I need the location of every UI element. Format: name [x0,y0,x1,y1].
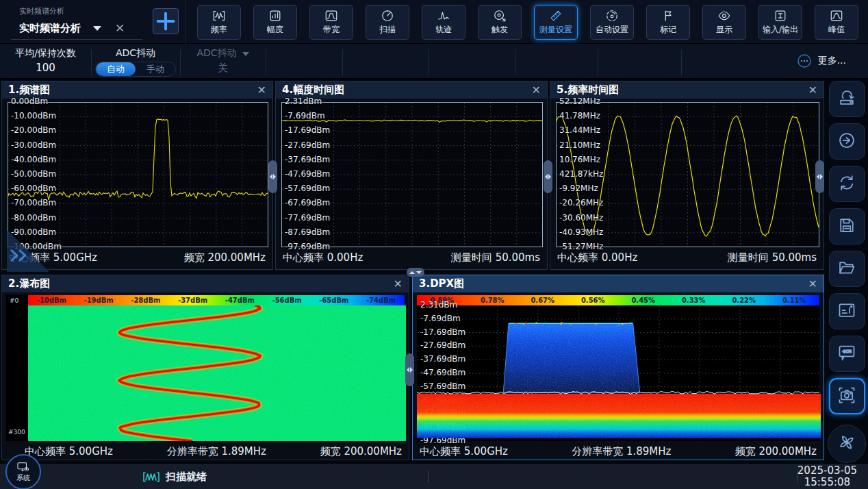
display-icon [717,9,731,23]
plus-icon [153,9,178,34]
footer-readout: 测量时间 50.00ms [451,251,540,264]
row-index-first: #0 [10,297,18,304]
close-panel-icon[interactable]: ✕ [532,85,541,96]
fast-forward-watermark-icon [8,248,31,266]
camera-icon [837,386,856,408]
toolbar-button-label: 幅度 [267,24,283,36]
sidebar-button-folder[interactable] [829,251,865,287]
param-value[interactable]: 100 [36,62,55,74]
toolbar-button-io[interactable]: 输入/输出 [758,5,802,40]
waterfall-plot: #0 #300 -10dBm-19dBm-28dBm-37dBm-47dBm-5… [6,295,405,441]
toolbar-button-frequency[interactable]: 频率 [197,5,241,40]
close-panel-icon[interactable]: ✕ [808,85,817,96]
waterfall-colorbar: -10dBm-19dBm-28dBm-37dBm-47dBm-56dBm-65d… [28,295,405,305]
y-tick-label: -51.27MHz [559,242,603,251]
measure-icon [549,9,563,23]
trace-icon [437,9,450,23]
toolbar-button-label: 显示 [716,24,732,36]
footer-readout: 频宽 200.00MHz [320,445,402,458]
y-tick-label: -30.00dBm [11,140,56,150]
y-tick-label: -50.00dBm [11,169,56,179]
sidebar-button-run[interactable] [829,123,865,160]
row-index-last: #300 [8,429,25,436]
param-value: 关 [218,62,228,75]
colorbar-label: 0.45% [618,297,669,304]
y-tick-label: -57.69dBm [285,184,330,193]
app-tab-title: 实时频谱分析 [19,22,81,35]
toolbar-button-trigger[interactable]: 触发 [478,5,522,40]
toolbar-button-sweep[interactable]: 扫描 [366,5,409,40]
divider [515,49,515,75]
splitter-handle[interactable] [268,160,277,193]
sidebar-button-flower[interactable] [828,425,866,463]
toolbar-buttons: 频率幅度带宽扫描轨迹触发测量设置自动设置标记显示输入/输出峰值 [186,0,858,43]
peak-icon [830,9,843,23]
y-tick-label: -67.69dBm [285,198,330,208]
sidebar-button-preset[interactable] [829,81,865,117]
sidebar-button-save[interactable] [829,208,865,244]
toolbar-button-autoset[interactable]: 自动设置 [590,5,634,40]
colorbar-label: 0.33% [669,297,719,304]
splitter-handle[interactable] [544,160,552,193]
footer-readout: 中心频率 0.00Hz [557,251,637,264]
toolbar-button-trace[interactable]: 轨迹 [422,5,465,40]
splitter-handle[interactable] [407,268,424,277]
toolbar-button-bandwidth[interactable]: 带宽 [309,5,353,40]
sidebar-button-camera[interactable] [829,378,865,414]
y-tick-label: -9.92MHz [559,184,598,193]
marker-icon [661,9,675,23]
splitter-handle[interactable] [815,160,824,193]
colorbar-label: 0.11% [769,297,820,304]
toolbar-button-measure[interactable]: 测量设置 [534,5,578,40]
io-icon [774,9,787,23]
toolbar-button-peak[interactable]: 峰值 [815,5,858,40]
close-panel-icon[interactable]: ✕ [257,85,266,96]
colorbar-label: -74dBm [357,297,405,304]
tab-underline [11,39,142,40]
param-average-hold[interactable]: 平均/保持次数 100 [0,44,91,79]
plot-footer: 中心频率 5.00GHz分辨率带宽 1.89MHz频宽 200.00MHz [2,441,409,460]
adc-jitter-toggle[interactable]: 自动 手动 [95,62,176,77]
divider [266,49,266,75]
toggle-option-manual[interactable]: 手动 [136,62,175,76]
toolbar-button-marker[interactable]: 标记 [646,5,690,40]
y-tick-label: -60.00dBm [11,184,56,193]
param-adc-jitter-off[interactable]: ADC抖动 关 [180,44,266,79]
panel-titlebar: 3.DPX图 ✕ [413,275,824,292]
ellipsis-icon [797,53,812,68]
toolbar-button-display[interactable]: 显示 [702,5,746,40]
system-label: 系统 [16,473,30,483]
footer-readout: 中心频率 0.00Hz [283,251,363,264]
autoset-icon [605,9,619,23]
y-tick-label: 0.00dBm [11,97,48,106]
y-tick-label: -47.69dBm [285,169,330,179]
system-button[interactable]: 系统 [5,454,41,489]
chevron-down-icon[interactable] [93,26,101,31]
sidebar-button-refresh[interactable] [829,166,865,202]
bandwidth-icon [324,9,338,23]
param-adc-jitter-toggle: ADC抖动 自动 手动 [91,44,180,79]
sidebar-button-window[interactable] [829,293,865,329]
datetime: 2025-03-05 15:55:08 [797,465,857,488]
splitter-handle[interactable] [405,353,414,386]
y-tick-label: -37.69dBm [285,155,330,164]
y-tick-label: -40.00dBm [11,155,56,164]
toolbar-button-amplitude[interactable]: 幅度 [253,5,297,40]
toggle-option-auto[interactable]: 自动 [96,62,136,76]
toolbar-button-label: 触发 [492,24,508,36]
chevron-down-icon [242,52,249,56]
more-button[interactable]: 更多... [797,53,846,68]
add-tab-button[interactable] [153,8,179,34]
close-tab-icon[interactable]: ✕ [115,21,125,35]
app-tab[interactable]: 实时频谱分析 实时频谱分析 ✕ [0,0,186,44]
plot-footer: 中心频率 5.00GHz分辨率带宽 1.89MHz频宽 200.00MHz [413,441,824,460]
close-panel-icon[interactable]: ✕ [394,279,403,290]
system-monitor-gear-icon [16,462,30,473]
footer-readout: 分辨率带宽 1.89MHz [572,445,671,458]
y-tick-label: -17.69dBm [285,125,330,135]
close-panel-icon[interactable]: ✕ [808,279,817,290]
panel-titlebar: 2.瀑布图 ✕ [2,275,409,292]
footer-readout: 中心频率 5.00GHz [25,445,113,458]
sidebar-button-scpi[interactable]: ·SCPI [829,336,865,372]
toolbar-button-label: 轨迹 [435,24,452,36]
